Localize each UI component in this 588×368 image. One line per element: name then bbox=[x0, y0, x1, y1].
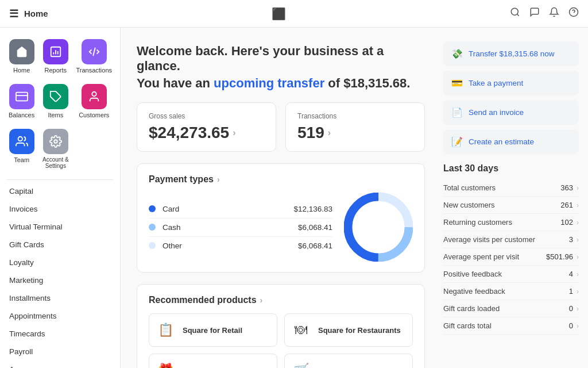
action-btn-label-transfer: Transfer $18,315.68 now bbox=[469, 49, 555, 58]
payment-dot bbox=[149, 205, 156, 212]
action-btn-take-payment[interactable]: 💳Take a payment bbox=[443, 71, 579, 95]
rec-item-restaurants[interactable]: 🍽 Square for Restaurants bbox=[284, 313, 413, 347]
stats-arrow: › bbox=[577, 218, 579, 227]
stats-value: 3 bbox=[569, 235, 573, 244]
sidebar-item-balances[interactable]: Balances bbox=[6, 79, 37, 122]
items-icon bbox=[43, 84, 68, 109]
team-icon bbox=[9, 129, 34, 154]
stats-value: 102 bbox=[560, 218, 573, 227]
stats-value: $501.96 bbox=[546, 252, 573, 261]
sidebar-nav-apps[interactable]: Apps bbox=[0, 361, 120, 368]
home-icon bbox=[9, 39, 34, 64]
sidebar-nav-marketing[interactable]: Marketing bbox=[0, 271, 120, 289]
center-column: Welcome back. Here's your business at a … bbox=[121, 28, 439, 368]
gross-sales-card[interactable]: Gross sales $24,273.65 › bbox=[137, 102, 276, 152]
stats-row-gift-cards-loaded[interactable]: Gift cards loaded 0 › bbox=[443, 300, 579, 317]
action-btn-icon-create-estimate: 📝 bbox=[451, 136, 463, 147]
rec-item-retail[interactable]: 📋 Square for Retail bbox=[149, 313, 277, 347]
sidebar-item-customers[interactable]: Customers bbox=[74, 79, 114, 122]
payment-dot bbox=[149, 242, 156, 249]
bell-icon[interactable] bbox=[549, 7, 559, 20]
stats-label: Total customers bbox=[443, 183, 560, 192]
sidebar-item-reports[interactable]: Reports bbox=[40, 34, 71, 77]
stats-row-positive-feedback[interactable]: Positive feedback 4 › bbox=[443, 266, 579, 283]
sidebar-nav-appointments[interactable]: Appointments bbox=[0, 307, 120, 325]
stats-arrow: › bbox=[577, 184, 579, 192]
payment-row-other: Other $6,068.41 bbox=[149, 237, 332, 255]
stats-value: 363 bbox=[560, 183, 573, 192]
help-icon[interactable] bbox=[568, 7, 579, 20]
recommended-title[interactable]: Recommended products › bbox=[149, 295, 413, 305]
sidebar-nav-invoices[interactable]: Invoices bbox=[0, 200, 120, 218]
transactions-card[interactable]: Transactions 519 › bbox=[285, 102, 425, 152]
recommended-arrow: › bbox=[260, 296, 263, 305]
stats-row-returning-customers[interactable]: Returning customers 102 › bbox=[443, 214, 579, 231]
sidebar: Home Reports Transactions Balances bbox=[0, 0, 121, 368]
sidebar-item-transactions[interactable]: Transactions bbox=[74, 34, 114, 77]
payment-amount: $6,068.41 bbox=[298, 241, 332, 250]
stats-row-total-customers[interactable]: Total customers 363 › bbox=[443, 179, 579, 197]
payment-list: Card $12,136.83 Cash $6,068.41 Other $6,… bbox=[149, 200, 332, 255]
payment-name: Other bbox=[163, 241, 298, 250]
stats-arrow: › bbox=[577, 253, 579, 261]
gross-sales-label: Gross sales bbox=[149, 112, 264, 120]
payment-types-title[interactable]: Payment types › bbox=[149, 174, 413, 185]
svg-point-0 bbox=[511, 8, 518, 15]
welcome-prefix: You have an bbox=[137, 76, 214, 90]
stats-value: 0 bbox=[569, 304, 573, 313]
sidebar-item-account-settings[interactable]: Account & Settings bbox=[40, 124, 71, 172]
sidebar-nav-capital[interactable]: Capital bbox=[0, 182, 120, 200]
stats-arrow: › bbox=[577, 305, 579, 313]
transactions-icon bbox=[82, 39, 107, 64]
sidebar-nav-timecards[interactable]: Timecards bbox=[0, 325, 120, 343]
chat-icon[interactable] bbox=[529, 7, 540, 20]
action-btn-create-estimate[interactable]: 📝Create an estimate bbox=[443, 129, 579, 154]
sidebar-divider bbox=[7, 179, 113, 180]
stats-arrow: › bbox=[577, 201, 579, 209]
action-btn-label-create-estimate: Create an estimate bbox=[469, 137, 534, 146]
sidebar-item-label: Items bbox=[48, 112, 63, 118]
menu-icon[interactable]: ☰ bbox=[9, 7, 18, 20]
sidebar-item-label: Transactions bbox=[76, 67, 112, 74]
payment-types-card: Payment types › Card $12,136.83 Cash $6,… bbox=[137, 163, 425, 273]
payment-name: Card bbox=[163, 205, 293, 213]
sidebar-item-team[interactable]: Team bbox=[6, 124, 37, 172]
payment-types-inner: Card $12,136.83 Cash $6,068.41 Other $6,… bbox=[149, 193, 413, 262]
svg-point-15 bbox=[357, 206, 399, 248]
payment-row-cash: Cash $6,068.41 bbox=[149, 218, 332, 237]
rec-item-online-checkout[interactable]: 🛒 Online Checkout bbox=[284, 354, 413, 368]
sidebar-nav-payroll[interactable]: Payroll bbox=[0, 343, 120, 361]
action-btn-label-take-payment: Take a payment bbox=[469, 79, 523, 87]
welcome-suffix: of $18,315.68. bbox=[324, 76, 410, 90]
stats-row-new-customers[interactable]: New customers 261 › bbox=[443, 197, 579, 214]
sidebar-nav-installments[interactable]: Installments bbox=[0, 289, 120, 307]
sidebar-nav-virtual-terminal[interactable]: Virtual Terminal bbox=[0, 218, 120, 236]
sidebar-item-label: Team bbox=[14, 156, 29, 163]
customers-icon bbox=[82, 84, 107, 109]
sidebar-nav-loyalty[interactable]: Loyalty bbox=[0, 254, 120, 271]
upcoming-transfer-link[interactable]: upcoming transfer bbox=[214, 76, 324, 90]
stats-label: Negative feedback bbox=[443, 287, 569, 296]
sidebar-nav-gift-cards[interactable]: Gift Cards bbox=[0, 236, 120, 254]
sidebar-item-home[interactable]: Home bbox=[6, 34, 37, 77]
action-btn-icon-take-payment: 💳 bbox=[451, 78, 463, 89]
action-btn-send-invoice[interactable]: 📄Send an invoice bbox=[443, 100, 579, 125]
stats-row-negative-feedback[interactable]: Negative feedback 1 › bbox=[443, 283, 579, 300]
svg-point-9 bbox=[18, 137, 22, 141]
stats-row-average-spent-per-visit[interactable]: Average spent per visit $501.96 › bbox=[443, 248, 579, 266]
topbar-title: Home bbox=[24, 9, 48, 18]
stats-row-gift-cards-total[interactable]: Gift cards total 0 › bbox=[443, 317, 579, 335]
rec-item-gift-cards[interactable]: 🎁 Gift Cards bbox=[149, 354, 277, 368]
sidebar-item-label: Account & Settings bbox=[42, 156, 69, 169]
svg-point-8 bbox=[92, 92, 96, 96]
transactions-value: 519 bbox=[297, 124, 324, 142]
sidebar-nav-list: CapitalInvoicesVirtual TerminalGift Card… bbox=[0, 182, 120, 368]
stats-label: Average visits per customer bbox=[443, 235, 569, 244]
welcome-line2: You have an upcoming transfer of $18,315… bbox=[137, 76, 425, 91]
reports-icon bbox=[43, 39, 68, 64]
stats-row-average-visits-per-customer[interactable]: Average visits per customer 3 › bbox=[443, 231, 579, 248]
sidebar-item-items[interactable]: Items bbox=[40, 79, 71, 122]
action-btn-transfer[interactable]: 💸Transfer $18,315.68 now bbox=[443, 41, 579, 66]
search-icon[interactable] bbox=[510, 7, 520, 20]
stats-value: 0 bbox=[569, 321, 573, 330]
